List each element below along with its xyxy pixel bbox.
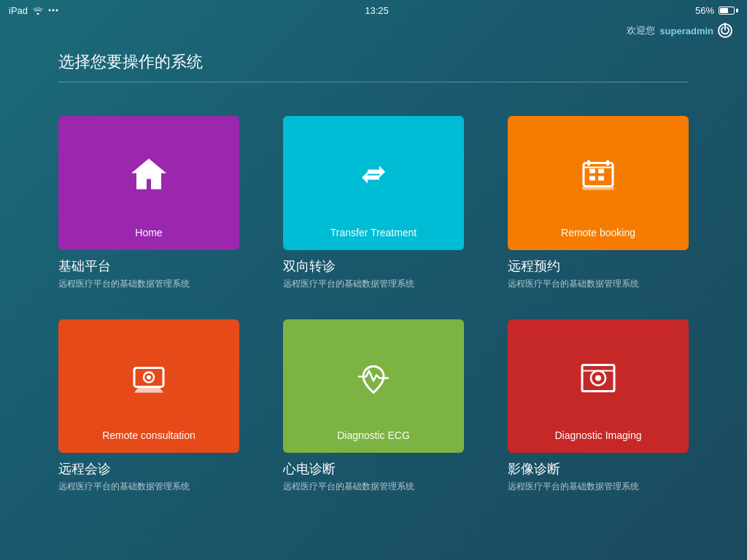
card-label-remote-booking: Remote booking	[561, 227, 635, 238]
booking-icon	[576, 152, 620, 199]
item-title-transfer-treatment: 双向转诊	[283, 257, 464, 275]
grid-item-diagnostic-ecg[interactable]: Diagnostic ECG 心电诊断 远程医疗平台的基础数据管理系统	[283, 319, 464, 494]
svg-rect-11	[582, 186, 614, 190]
time-display: 13:25	[365, 5, 389, 16]
status-right: 56%	[695, 5, 738, 16]
card-home[interactable]: Home	[58, 116, 239, 250]
item-title-diagnostic-imaging: 影像诊断	[508, 460, 689, 478]
grid-item-remote-consultation[interactable]: Remote consultation 远程会诊 远程医疗平台的基础数据管理系统	[58, 319, 239, 494]
svg-rect-6	[589, 176, 595, 180]
svg-rect-3	[584, 163, 613, 186]
consultation-icon	[127, 356, 171, 402]
card-label-remote-consultation: Remote consultation	[102, 429, 196, 441]
item-title-remote-consultation: 远程会诊	[58, 460, 239, 478]
card-label-diagnostic-imaging: Diagnostic Imaging	[554, 429, 641, 441]
battery-label: 56%	[695, 5, 714, 16]
item-desc-transfer-treatment: 远程医疗平台的基础数据管理系统	[283, 278, 464, 290]
ecg-icon	[352, 356, 395, 402]
app-grid: Home 基础平台 远程医疗平台的基础数据管理系统 Transfer Treat…	[0, 94, 747, 515]
status-bar: iPad 13:25 56%	[0, 0, 747, 20]
power-icon	[721, 26, 729, 35]
item-desc-diagnostic-ecg: 远程医疗平台的基础数据管理系统	[283, 481, 464, 493]
home-icon	[127, 152, 171, 199]
grid-item-diagnostic-imaging[interactable]: Diagnostic Imaging 影像诊断 远程医疗平台的基础数据管理系统	[508, 319, 689, 494]
transfer-icon	[352, 152, 395, 199]
item-desc-remote-consultation: 远程医疗平台的基础数据管理系统	[58, 481, 239, 493]
card-diagnostic-imaging[interactable]: Diagnostic Imaging	[508, 319, 689, 454]
item-desc-remote-booking: 远程医疗平台的基础数据管理系统	[508, 278, 689, 290]
card-label-diagnostic-ecg: Diagnostic ECG	[337, 429, 410, 441]
page-title: 选择您要操作的系统	[58, 51, 689, 73]
svg-point-2	[56, 9, 58, 12]
card-remote-booking[interactable]: Remote booking	[508, 116, 689, 250]
page-title-section: 选择您要操作的系统	[0, 44, 747, 94]
svg-rect-10	[606, 160, 609, 166]
status-left: iPad	[9, 5, 58, 16]
item-desc-home: 远程医疗平台的基础数据管理系统	[58, 278, 239, 290]
card-label-transfer-treatment: Transfer Treatment	[330, 227, 417, 238]
battery-icon	[719, 7, 738, 15]
welcome-bar: 欢迎您 superadmin	[0, 20, 747, 44]
title-divider	[58, 82, 689, 82]
item-title-remote-booking: 远程预约	[508, 257, 689, 275]
svg-point-0	[49, 9, 51, 12]
settings-icon	[48, 5, 58, 15]
svg-rect-4	[589, 168, 595, 173]
power-button[interactable]	[718, 23, 732, 38]
grid-item-transfer-treatment[interactable]: Transfer Treatment 双向转诊 远程医疗平台的基础数据管理系统	[283, 116, 464, 290]
imaging-icon	[576, 356, 620, 402]
device-label: iPad	[9, 5, 28, 16]
svg-rect-7	[598, 176, 604, 180]
svg-point-1	[53, 9, 55, 12]
grid-item-remote-booking[interactable]: Remote booking 远程预约 远程医疗平台的基础数据管理系统	[508, 116, 689, 290]
svg-point-14	[147, 375, 151, 379]
svg-point-17	[595, 375, 601, 381]
item-desc-diagnostic-imaging: 远程医疗平台的基础数据管理系统	[508, 481, 689, 493]
welcome-label: 欢迎您	[627, 24, 655, 37]
item-title-home: 基础平台	[58, 257, 239, 275]
grid-item-home[interactable]: Home 基础平台 远程医疗平台的基础数据管理系统	[58, 116, 239, 290]
username-label: superadmin	[659, 26, 713, 36]
wifi-icon	[32, 6, 44, 15]
card-transfer-treatment[interactable]: Transfer Treatment	[283, 116, 464, 250]
card-label-home: Home	[135, 227, 162, 238]
item-title-diagnostic-ecg: 心电诊断	[283, 460, 464, 478]
card-remote-consultation[interactable]: Remote consultation	[58, 319, 239, 454]
svg-rect-9	[587, 160, 590, 166]
card-diagnostic-ecg[interactable]: Diagnostic ECG	[283, 319, 464, 454]
svg-rect-5	[598, 168, 604, 173]
